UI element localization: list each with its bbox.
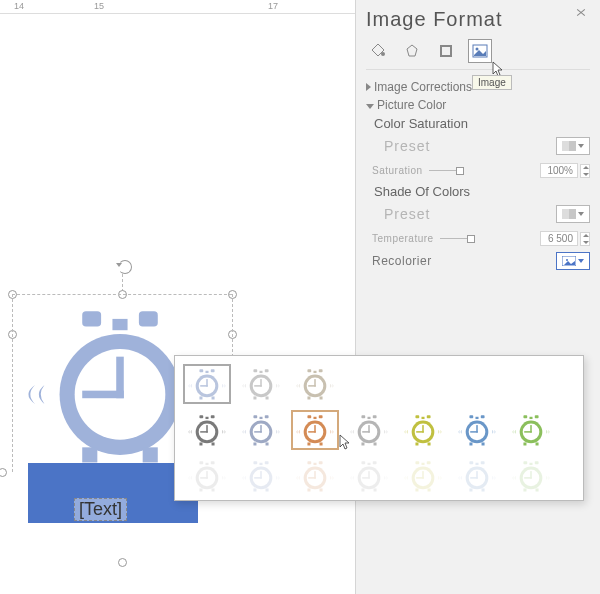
chevron-down-icon xyxy=(578,259,584,263)
recolor-swatch[interactable] xyxy=(399,410,447,450)
svg-rect-121 xyxy=(265,461,269,464)
caption-text[interactable]: [Text] xyxy=(74,498,127,521)
svg-rect-17 xyxy=(143,447,158,462)
temperature-spinner[interactable] xyxy=(580,232,590,246)
svg-rect-107 xyxy=(536,442,539,445)
picture-tab-icon[interactable] xyxy=(468,39,492,63)
recolor-swatch[interactable] xyxy=(453,410,501,450)
svg-rect-47 xyxy=(308,385,316,387)
svg-rect-85 xyxy=(427,415,431,418)
recolor-swatch[interactable] xyxy=(507,410,555,450)
svg-rect-138 xyxy=(361,461,365,464)
svg-rect-92 xyxy=(416,431,424,433)
svg-point-5 xyxy=(476,48,479,51)
recolor-swatch[interactable] xyxy=(399,456,447,496)
svg-rect-106 xyxy=(523,442,526,445)
shade-preset-dropdown[interactable] xyxy=(556,205,590,223)
svg-rect-122 xyxy=(259,463,262,465)
recolor-swatch[interactable] xyxy=(291,364,339,404)
svg-rect-48 xyxy=(199,415,203,418)
svg-rect-97 xyxy=(469,442,472,445)
svg-rect-140 xyxy=(367,463,370,465)
pane-tab-row xyxy=(366,39,590,70)
recolor-swatch[interactable] xyxy=(183,410,231,450)
svg-rect-143 xyxy=(374,488,377,491)
close-pane-icon[interactable] xyxy=(572,6,590,20)
svg-rect-155 xyxy=(416,477,424,479)
saturation-value[interactable]: 100% xyxy=(540,163,578,178)
svg-rect-156 xyxy=(469,461,473,464)
image-format-pane: Image Format Image Corrections Image Pic… xyxy=(355,0,600,594)
svg-rect-43 xyxy=(307,396,310,399)
shade-preset-label: Preset xyxy=(384,206,430,222)
svg-rect-75 xyxy=(361,415,365,418)
svg-rect-152 xyxy=(428,488,431,491)
svg-rect-128 xyxy=(254,477,262,479)
saturation-label: Saturation xyxy=(372,165,423,176)
ruler-mark: 17 xyxy=(268,1,278,11)
svg-rect-116 xyxy=(212,488,215,491)
recolor-swatch[interactable] xyxy=(237,456,285,496)
svg-rect-39 xyxy=(307,369,311,372)
recolor-swatch[interactable] xyxy=(345,456,393,496)
svg-rect-30 xyxy=(253,369,257,372)
saturation-preset-label: Preset xyxy=(384,138,430,154)
recolor-swatch[interactable] xyxy=(291,410,339,450)
svg-rect-9 xyxy=(569,209,576,219)
svg-rect-71 xyxy=(320,442,323,445)
svg-rect-139 xyxy=(373,461,377,464)
svg-rect-98 xyxy=(482,442,485,445)
svg-rect-7 xyxy=(569,141,576,151)
ruler-mark: 15 xyxy=(94,1,104,11)
svg-rect-89 xyxy=(428,442,431,445)
resize-handle[interactable] xyxy=(118,558,127,567)
svg-rect-147 xyxy=(415,461,419,464)
svg-rect-20 xyxy=(82,391,124,399)
fill-tab-icon[interactable] xyxy=(366,39,390,63)
pane-title: Image Format xyxy=(366,8,590,31)
svg-rect-166 xyxy=(535,461,539,464)
saturation-spinner[interactable] xyxy=(580,164,590,178)
svg-rect-14 xyxy=(112,319,127,330)
svg-rect-68 xyxy=(313,417,316,419)
recolor-swatch[interactable] xyxy=(183,456,231,496)
svg-rect-29 xyxy=(200,385,208,387)
svg-rect-173 xyxy=(524,477,532,479)
saturation-preset-dropdown[interactable] xyxy=(556,137,590,155)
effects-tab-icon[interactable] xyxy=(400,39,424,63)
svg-rect-44 xyxy=(320,396,323,399)
svg-rect-120 xyxy=(253,461,257,464)
rotate-handle[interactable] xyxy=(118,260,132,274)
recolor-swatch[interactable] xyxy=(453,456,501,496)
svg-rect-115 xyxy=(199,488,202,491)
recolor-swatch[interactable] xyxy=(507,456,555,496)
svg-rect-102 xyxy=(523,415,527,418)
svg-rect-103 xyxy=(535,415,539,418)
svg-rect-148 xyxy=(427,461,431,464)
size-tab-icon[interactable] xyxy=(434,39,458,63)
temperature-slider[interactable] xyxy=(440,238,475,239)
svg-rect-65 xyxy=(254,431,262,433)
recolor-swatch[interactable] xyxy=(291,456,339,496)
saturation-slider[interactable] xyxy=(429,170,464,171)
resize-handle[interactable] xyxy=(0,468,7,477)
svg-rect-25 xyxy=(199,396,202,399)
svg-rect-133 xyxy=(307,488,310,491)
svg-rect-62 xyxy=(266,442,269,445)
temperature-value[interactable]: 6 500 xyxy=(540,231,578,246)
recolor-dropdown[interactable] xyxy=(556,252,590,270)
svg-rect-124 xyxy=(253,488,256,491)
recolor-swatch[interactable] xyxy=(237,364,285,404)
svg-rect-104 xyxy=(529,417,532,419)
picture-color-group[interactable]: Picture Color xyxy=(366,98,590,112)
recolor-swatch[interactable] xyxy=(237,410,285,450)
svg-rect-93 xyxy=(469,415,473,418)
collapse-icon xyxy=(366,104,374,109)
svg-rect-76 xyxy=(373,415,377,418)
svg-rect-34 xyxy=(253,396,256,399)
expand-icon xyxy=(366,83,371,91)
ruler-mark: 14 xyxy=(14,1,24,11)
recolor-swatch[interactable] xyxy=(183,364,231,404)
svg-rect-94 xyxy=(481,415,485,418)
svg-rect-113 xyxy=(205,463,208,465)
